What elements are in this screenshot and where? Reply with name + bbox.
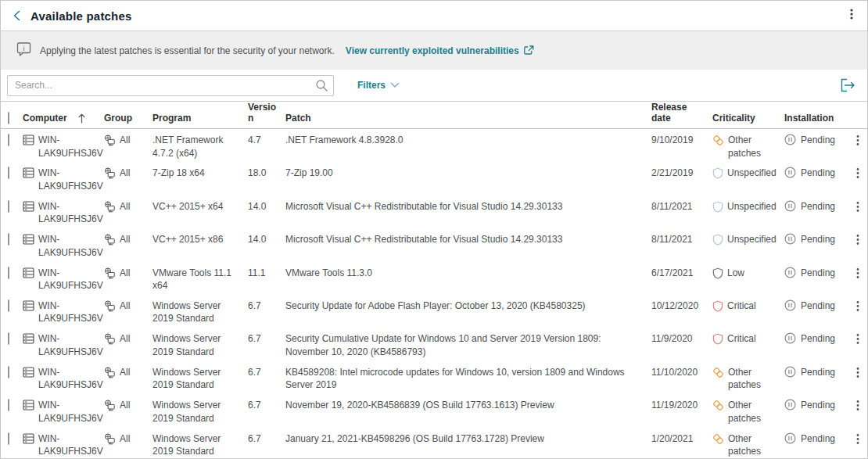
criticality-label: Low [727,267,744,280]
computer-cell: WIN-LAK9UFHSJ6V [23,134,104,160]
pending-pause-icon [784,167,796,182]
table-row: WIN-LAK9UFHSJ6V All Windows Server 2019 … [1,361,867,394]
installation-status: Pending [801,399,835,412]
patch-cell: VMware Tools 11.3.0 [285,267,651,280]
column-header-patch[interactable]: Patch [285,113,651,124]
title-bar: Available patches [1,1,867,31]
row-checkbox[interactable] [8,233,9,246]
row-checkbox[interactable] [8,299,9,312]
filters-button[interactable]: Filters [357,80,400,91]
table-row: WIN-LAK9UFHSJ6V All VC++ 2015+ x64 14.0 … [1,195,867,228]
group-name: All [120,267,130,280]
table-body: WIN-LAK9UFHSJ6V All .NET Framework 4.7.2… [1,129,867,459]
row-menu-button[interactable] [853,366,863,383]
group-cell: All [104,134,152,150]
group-name: All [120,167,130,180]
version-cell: 6.7 [248,399,285,412]
installation-cell: Pending [784,200,848,216]
installation-cell: Pending [784,267,848,282]
row-checkbox[interactable] [8,200,9,213]
search-icon [315,79,328,95]
installation-cell: Pending [784,167,848,182]
table-row: WIN-LAK9UFHSJ6V All Windows Server 2019 … [1,328,867,360]
column-header-installation[interactable]: Installation [784,113,848,124]
back-button[interactable] [12,9,23,22]
server-icon [23,267,34,282]
release-date-cell: 9/10/2019 [651,134,712,147]
kebab-menu-icon [856,267,859,279]
row-checkbox[interactable] [8,366,9,378]
row-checkbox[interactable] [8,267,9,279]
column-header-version[interactable]: Version [248,102,285,124]
group-name: All [120,299,130,313]
shield-icon [712,201,723,217]
criticality-cell: Other patches [712,399,784,425]
row-menu-button[interactable] [853,332,863,350]
server-icon [23,333,34,348]
group-cell: All [104,167,152,183]
row-menu-button[interactable] [853,200,863,217]
svg-text:i: i [23,44,25,52]
pending-pause-icon [784,267,796,282]
version-cell: 11.1 [248,267,285,280]
table-row: WIN-LAK9UFHSJ6V All .NET Framework 4.7.2… [1,129,867,162]
group-name: All [120,332,130,346]
select-all-cell [1,113,23,124]
column-header-criticality[interactable]: Criticality [712,113,784,124]
shield-icon [712,167,723,183]
column-header-release-date[interactable]: Release date [651,102,712,124]
row-menu-button[interactable] [853,432,863,450]
row-menu-button[interactable] [853,167,863,184]
row-checkbox[interactable] [8,167,9,179]
program-cell: Windows Server 2019 Standard [152,332,248,358]
table-row: WIN-LAK9UFHSJ6V All Windows Server 2019 … [1,295,867,328]
group-devices-icon [104,234,116,249]
server-icon [23,400,34,414]
shield-icon [712,267,723,283]
row-checkbox[interactable] [8,432,9,445]
export-button[interactable] [839,77,856,93]
row-menu-button[interactable] [853,299,863,317]
release-date-cell: 2/21/2019 [651,167,712,180]
program-cell: VC++ 2015+ x64 [152,200,248,213]
installation-status: Pending [801,267,835,280]
installation-cell: Pending [784,366,848,382]
row-menu-button[interactable] [853,399,863,416]
column-header-computer[interactable]: Computer [23,113,104,124]
exploited-vulnerabilities-link[interactable]: View currently exploited vulnerabilities [346,45,535,56]
row-menu-button[interactable] [853,233,863,250]
criticality-label: Unspecified [727,200,777,213]
column-header-program[interactable]: Program [152,113,248,124]
installation-status: Pending [801,366,835,379]
group-name: All [120,432,130,446]
criticality-label: Critical [727,299,756,313]
search-input[interactable] [7,75,334,96]
criticality-cell: Low [712,267,784,283]
computer-name: WIN-LAK9UFHSJ6V [38,200,103,226]
criticality-cell: Other patches [712,366,784,392]
computer-name: WIN-LAK9UFHSJ6V [38,233,103,259]
select-all-checkbox[interactable] [8,112,9,124]
export-icon [839,77,856,93]
column-header-group[interactable]: Group [104,113,152,124]
group-cell: All [104,267,152,283]
version-cell: 6.7 [248,432,285,446]
row-checkbox[interactable] [8,399,9,411]
table-header-row: Computer Group Program Version Patch Rel… [1,101,867,129]
group-cell: All [104,399,152,415]
row-checkbox[interactable] [8,134,9,146]
kebab-menu-icon [856,201,859,213]
page-title: Available patches [30,9,132,23]
computer-name: WIN-LAK9UFHSJ6V [38,366,103,392]
row-menu-button[interactable] [853,134,863,151]
shield-icon [712,234,723,249]
group-cell: All [104,332,152,349]
shield-icon [712,300,723,316]
kebab-menu-icon [856,300,859,312]
kebab-menu-icon [856,234,859,246]
row-menu-button[interactable] [853,267,863,284]
criticality-cell: Other patches [712,432,784,458]
page-menu-button[interactable] [847,6,856,25]
release-date-cell: 11/9/2020 [651,332,712,346]
row-checkbox[interactable] [8,332,9,345]
